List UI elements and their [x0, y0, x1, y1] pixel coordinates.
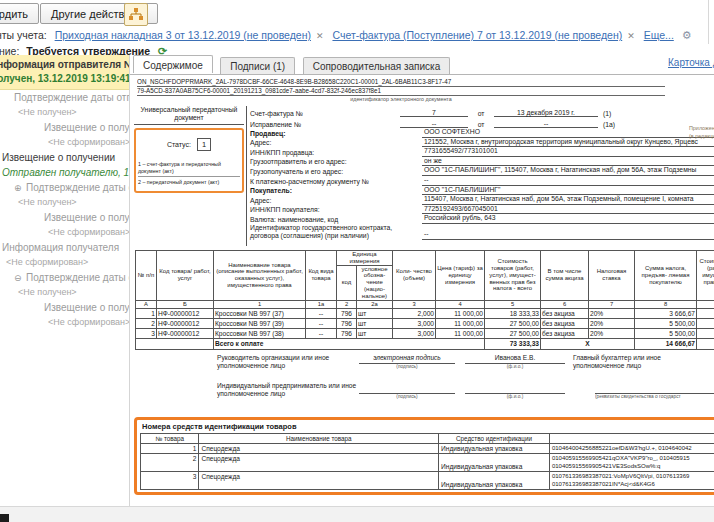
item-cell: 796 [337, 328, 357, 338]
sidebar-item[interactable]: <Не получен> [0, 285, 129, 300]
field-label: Покупатель: [250, 187, 422, 195]
document-field-row: Адрес:121552, Москва г, внутригородская … [250, 138, 714, 148]
sidebar-item-label: <Не сформирован> [48, 137, 129, 147]
accounting-docs-label: Документы учета: [0, 29, 47, 41]
sidebar-item[interactable]: <Не сформирован> [0, 255, 129, 270]
sidebar-selected-status: Получен, 13.12.2019 13:19:41 [0, 73, 127, 84]
item-cell: 3,000 [393, 328, 436, 338]
index-cell: 1 [214, 300, 306, 308]
structure-button[interactable] [124, 3, 148, 26]
item-cell: -- [306, 318, 337, 328]
status-highlight-box: Статус: 1 1 – счет-фактура и передаточны… [134, 128, 244, 193]
document-field-row: Продавец:ООО СОФТЕХНО [250, 128, 714, 138]
document-field-row: К платежно-расчетному документу №-- [250, 176, 714, 186]
accountant-label: Главный бухгалтер или иное уполномоченно… [573, 354, 711, 370]
signature-caption: (подпись) [359, 364, 455, 370]
field-value: ООО "1С-ПАБЛИШИНГ", 115407, Москва г, На… [422, 166, 714, 176]
item-cell: 5 500,00 [635, 328, 697, 338]
approve-button[interactable]: Утвердить [0, 3, 39, 24]
index-cell: 7 [589, 300, 635, 308]
field-value: Российский рубль, 643 [422, 214, 714, 224]
field-value: 115407, Москва г, Нагатинская наб, дом 5… [422, 195, 714, 205]
sidebar-item-label: Подтверждение даты отправки [14, 92, 129, 103]
tab-content[interactable]: Содержимое [133, 55, 213, 73]
sidebar-item[interactable]: ⊕Подтверждение даты отправки [0, 180, 129, 195]
col-code: Код товара/ работ, услуг [157, 251, 214, 301]
of-label: от [468, 110, 494, 117]
field-value: ООО "1С-ПАБЛИШИНГ" [422, 186, 714, 196]
items-table: № п/п Код товара/ работ, услуг Наименова… [135, 250, 714, 350]
document-tree-sidebar: Информация отправителя № 7 от 13.1... По… [0, 55, 130, 506]
sidebar-item[interactable]: Извещение о получении [0, 120, 129, 135]
sidebar-selected-title: Информация отправителя № 7 от 13.1... [0, 59, 127, 70]
item-row: 2НФ-00000012Кроссовки NB 997 (39)--796шт… [136, 318, 714, 328]
item-cell: 18 333,33 [485, 308, 541, 318]
col-tax: Сумма налога, предъяв- ляемая покупателю [635, 251, 697, 301]
sidebar-item-label: <Не получен> [18, 287, 77, 297]
item-cell: 2,000 [393, 308, 436, 318]
close-icon[interactable]: ✕ [627, 31, 635, 41]
sidebar-item[interactable]: Извещение о получении [0, 300, 129, 315]
eid-line1: ON_NSCHFDOPPRMARK_2AL-7978DCBF-66CE-4648… [137, 78, 665, 87]
tab-signatures[interactable]: Подписи (1) [220, 57, 295, 74]
sidebar-item[interactable]: Подтверждение даты отправки [0, 90, 129, 105]
sidebar-item[interactable]: <Не получен> [0, 195, 129, 210]
item-cell: без акциза [541, 328, 589, 338]
sidebar-item[interactable]: ⊖Подтверждение даты отправки [0, 270, 129, 285]
doc-link-receipt-note[interactable]: Приходная накладная 3 от 13.12.2019 (не … [55, 29, 311, 41]
marking-codes: 010405915569905421qOXA"VKP9"ro_, 0104059… [549, 453, 714, 471]
document-field-row: Грузоотправитель и его адрес:он же [250, 157, 714, 167]
marking-means: Индивидуальная упаковка [439, 453, 550, 471]
collapse-icon[interactable]: ⊖ [14, 271, 26, 285]
index-cell: 2а [357, 300, 393, 308]
sidebar-selected-item[interactable]: Информация отправителя № 7 от 13.1... По… [0, 55, 129, 90]
col-num: № п/п [136, 251, 157, 301]
electronic-signature-value: электронная подпись [359, 354, 455, 364]
field-label: Продавец: [250, 130, 422, 138]
sidebar-item[interactable]: <Не сформирован> [0, 135, 129, 150]
item-cell: 11 000,00 [436, 308, 485, 318]
index-cell: 5 [485, 300, 541, 308]
document-field-row: ИНН/КПП продавца:7731655492/773101001 [250, 147, 714, 157]
field-label: Грузополучатель и его адрес: [250, 168, 422, 176]
marking-row: 2СпецодеждаИндивидуальная упаковка010405… [141, 453, 714, 471]
sidebar-item-label: Извещение о получении [2, 152, 115, 163]
index-cell: 1а [306, 300, 337, 308]
item-cell [697, 328, 714, 338]
tab-cover-note[interactable]: Сопроводительная записка [303, 57, 451, 74]
field-value: -- [422, 176, 714, 186]
marking-code-line: 010464004256885221oefD&W3'hgU.+, 0104640… [552, 444, 714, 453]
mark-1a: (1а) [598, 121, 623, 128]
item-cell: 20% [589, 318, 635, 328]
sidebar-item[interactable]: Извещение о получении [0, 210, 129, 225]
sidebar-item[interactable]: <Не получен> [0, 105, 129, 120]
item-cell: 27 500,00 [485, 318, 541, 328]
item-cell: 3 666,67 [635, 308, 697, 318]
more-link[interactable]: Еще... [644, 29, 674, 41]
marking-section: Номера средств идентификации товаров № т… [134, 417, 714, 495]
invoice-number-row: Счет-фактура № 7 от 13 декабря 2019 г. (… [250, 106, 714, 117]
correction-number: -- [400, 120, 468, 128]
field-value: 121552, Москва г, внутригородская террит… [422, 138, 714, 148]
expand-icon[interactable]: ⊕ [14, 181, 26, 195]
item-cell: Кроссовки NB 997 (37) [214, 308, 306, 318]
sidebar-item[interactable]: Извещение о получении [0, 150, 129, 165]
sidebar-item-label: Подтверждение даты отправки [26, 272, 129, 283]
sidebar-item[interactable]: Информация получателя [0, 240, 129, 255]
marking-code-line: 010761336983387021:VoMpV6QltVpi, 0107613… [552, 472, 714, 481]
doc-link-invoice[interactable]: Счет-фактура (Поступление) 7 от 13.12.20… [332, 29, 622, 41]
col-cost-net: Стоимость товаров (работ, услуг), имущес… [485, 251, 541, 301]
marking-table: № товара Наименование товара Средство ид… [140, 433, 714, 490]
gear-icon[interactable]: ⚙ [682, 29, 692, 41]
index-cell: А [136, 300, 157, 308]
invoice-fields: Приложение № 1 к постановлению Правит (в… [247, 106, 714, 246]
item-cell: НФ-00000012 [157, 328, 214, 338]
invoice-label: Счет-фактура № [250, 110, 400, 117]
sidebar-item[interactable]: Отправлен получателю, 13.12.2019 13:2... [0, 165, 129, 180]
entrepreneur-signature-line [359, 384, 455, 394]
field-label: Адрес: [250, 139, 422, 147]
sidebar-item[interactable]: <Не сформирован> [0, 225, 129, 240]
close-icon[interactable]: ✕ [316, 31, 324, 41]
item-cell: 11 000,00 [436, 318, 485, 328]
sidebar-item[interactable]: <Не сформирован> [0, 315, 129, 330]
